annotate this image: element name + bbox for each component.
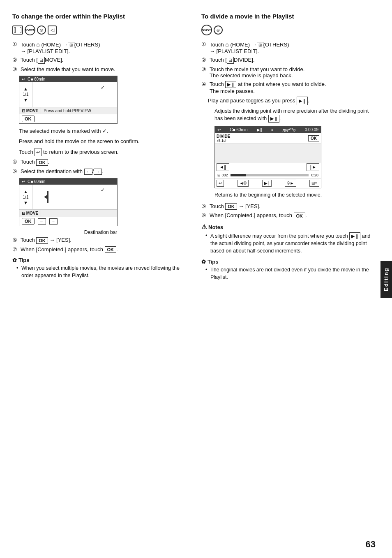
step-5-left: ⑤ Select the destination with ←/→. <box>12 168 189 175</box>
rw-vr-icon-right: RWVR <box>201 25 212 35</box>
body-text-marked: The selected movie is marked with ✓. <box>19 127 189 135</box>
tip-icon-left: ✿ <box>12 257 17 263</box>
step-text-5: Select the destination with ←/→. <box>21 168 189 175</box>
step-text-r2: Touch [⊟DIVIDE]. <box>210 57 378 64</box>
step-num-r2: ② <box>201 57 208 64</box>
step-num-r5: ⑤ <box>201 203 208 210</box>
up-arrow: ▲ <box>23 86 28 91</box>
screen-header-1: ↩ C■ 60min <box>19 76 117 82</box>
dm-clip-num: ⊟ 002 <box>217 173 228 177</box>
dm-time: 0:00:09 <box>305 127 318 132</box>
ok-btn-small-1: OK <box>22 116 35 122</box>
screen-body-2: ▲ 1/1 ▼ ✓ ⊟ MOVE <box>19 185 117 226</box>
dm-nav-right: ‖► <box>307 163 319 171</box>
up-arrow-2: ▲ <box>23 189 28 194</box>
dm-progress-bar <box>231 174 309 176</box>
note-icon-right: ⚠ <box>201 223 207 231</box>
ok-box-7: OK <box>105 246 117 253</box>
step-num-r3: ③ <box>201 66 208 79</box>
dm-eq: ≡ <box>271 128 273 132</box>
right-section-title: To divide a movie in the Playlist <box>201 12 378 21</box>
step-text-r5: Touch OK → [YES]. <box>210 203 378 210</box>
divide-mockup: ↩ C■ 60min ▶‖ ≡ RWVR© 0:00:09 DIVIDE ♪5.… <box>214 126 321 188</box>
dm-60min: C■ 60min <box>230 127 247 132</box>
home-icon-r: ⌂ <box>225 41 228 48</box>
dm-progress-fill <box>231 174 246 176</box>
dm-ok-btn: OK <box>308 135 319 141</box>
play-pause-btn-3: ▶ ‖ <box>268 115 279 123</box>
step-text-2: Touch [⊟MOVE]. <box>21 57 189 64</box>
adjusts-text: Adjusts the dividing point with more pre… <box>214 108 378 123</box>
sidebar-editing-tab: Editing <box>380 260 392 297</box>
step-6-right: ⑥ When [Completed.] appears, touch OK. <box>201 212 378 219</box>
nav-label: 1/1 <box>23 92 29 97</box>
step-text-7: When [Completed.] appears, touch OK. <box>21 246 189 253</box>
right-arrow-box: → <box>94 169 102 175</box>
return-box: ↩ <box>35 148 42 157</box>
step-1-left: ① Touch ⌂ (HOME) →⊞(OTHERS)→ [PLAYLIST E… <box>12 41 189 54</box>
step-3-left: ③ Select the movie that you want to move… <box>12 66 189 72</box>
down-arrow-2: ▼ <box>23 200 28 205</box>
screen-footer-preview: Press and hold:PREVIEW <box>41 107 94 114</box>
play-pause-btn: ▶ ‖ <box>225 81 236 88</box>
screen-row-2: ▲ 1/1 ▼ ✓ <box>19 185 117 210</box>
step-num-r4: ④ <box>201 81 208 94</box>
step-5-right: ⑤ Touch OK → [YES]. <box>201 203 378 210</box>
others-box: ⊞ <box>68 42 74 48</box>
dm-ctrl-forward: ©► <box>285 180 296 187</box>
return-icon-sm2: ↩ <box>22 179 25 184</box>
checkmark-1: ✓ <box>101 85 105 90</box>
dm-divide-label: DIVIDE ♪5.1ch <box>217 134 230 143</box>
left-section-title: To change the order within the Playlist <box>12 12 189 21</box>
circle-icon-right: ◎ <box>214 25 223 35</box>
dm-ctrl-return: ↩ <box>217 180 224 187</box>
right-notes-list: A slight difference may occur from the p… <box>205 232 378 255</box>
step-num-r6: ⑥ <box>201 212 208 219</box>
left-arrow-small: ← <box>38 218 46 225</box>
screen-header-2: ↩ C■ 60min <box>19 178 117 185</box>
page-number: 63 <box>366 539 376 550</box>
step-num-5: ⑤ <box>12 168 19 175</box>
step-num-3: ③ <box>12 66 19 72</box>
right-notes: ⚠ Notes A slight difference may occur fr… <box>201 223 378 255</box>
screen-mockup-1: ↩ C■ 60min ▲ 1/1 ▼ ✓ <box>19 76 118 124</box>
checkmark-2: ✓ <box>101 187 105 193</box>
returns-text: Returns to the beginning of the selected… <box>214 192 378 199</box>
ok-btn-small-2: OK <box>22 218 35 225</box>
step-num-1: ① <box>12 41 19 54</box>
right-tip-1: The original movies are not divided even… <box>205 266 378 281</box>
dm-row1: DIVIDE ♪5.1ch OK <box>215 133 321 144</box>
screen-ok-row-1: OK <box>19 114 117 123</box>
play-pause-note: ▶ ‖ <box>349 232 360 240</box>
down-arrow: ▼ <box>23 97 28 102</box>
step-2-right: ② Touch [⊟DIVIDE]. <box>201 57 378 64</box>
left-tip-1: When you select multiple movies, the mov… <box>16 265 189 279</box>
dm-video-area <box>215 144 321 162</box>
right-tips-title: ✿ Tips <box>201 259 378 265</box>
dm-nav-left: ◄‖ <box>217 163 229 171</box>
screen-main-2: ✓ <box>32 185 117 209</box>
circle-icon: ◎ <box>37 25 46 35</box>
step-2-left: ② Touch [⊟MOVE]. <box>12 57 189 64</box>
step-1-right: ① Touch ⌂ (HOME) →⊞(OTHERS)→ [PLAYLIST E… <box>201 41 378 54</box>
dm-header: ↩ C■ 60min ▶‖ ≡ RWVR© 0:00:09 <box>215 126 321 133</box>
body-text-hold: Press and hold the movie on the screen t… <box>19 137 189 146</box>
step-text-r3: Touch the movie that you want to divide.… <box>210 66 378 79</box>
step-3-right: ③ Touch the movie that you want to divid… <box>201 66 378 79</box>
right-icon-row: RWVR ◎ <box>201 25 378 35</box>
page-container: To change the order within the Playlist … <box>0 0 392 558</box>
left-column: To change the order within the Playlist … <box>12 12 189 546</box>
step-num-7: ⑦ <box>12 246 19 253</box>
step-num-2: ② <box>12 57 19 64</box>
screen-nav-left-2: ▲ 1/1 ▼ <box>19 185 32 209</box>
back-icon: ◁ <box>48 25 57 35</box>
screen-row-1: ▲ 1/1 ▼ ✓ <box>19 82 117 107</box>
dm-nav-row: ◄‖ ‖► <box>215 162 321 172</box>
main-content: To change the order within the Playlist … <box>0 0 392 558</box>
tips-label-left: Tips <box>18 257 30 263</box>
sidebar-label: Editing <box>383 267 389 291</box>
step-4-left: ④ Touch OK. <box>12 159 189 166</box>
step-4-right: ④ Touch ▶ ‖ at the point where you want … <box>201 81 378 94</box>
screen-body-1: ▲ 1/1 ▼ ✓ ⊟ MOVE Press and hold:PREVIEW <box>19 82 117 123</box>
step-text-r6: When [Completed.] appears, touch OK. <box>210 212 378 219</box>
